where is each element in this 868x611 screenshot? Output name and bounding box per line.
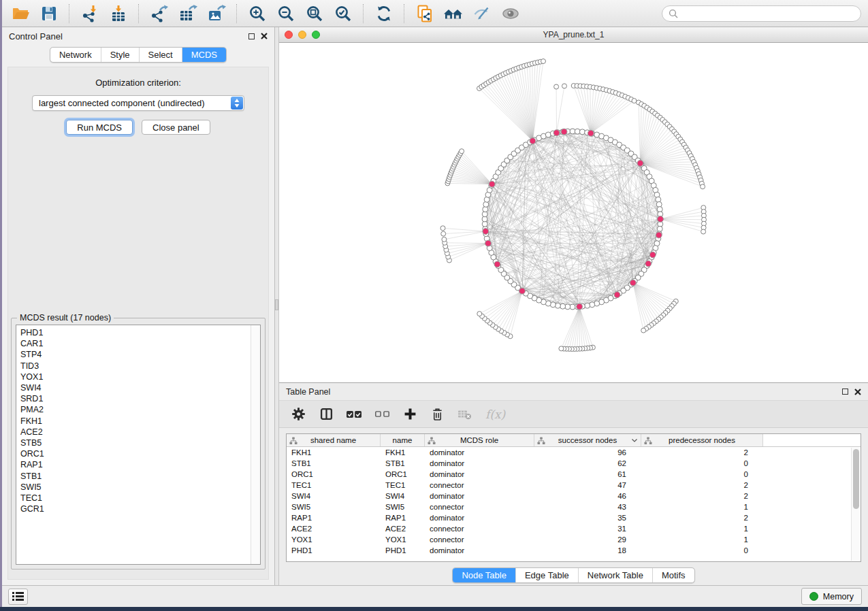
leaf-node[interactable]	[641, 328, 646, 333]
result-list-item[interactable]: FKH1	[20, 416, 251, 427]
tab-edge-table[interactable]: Edge Table	[515, 568, 578, 582]
cell-MCDS-role[interactable]: connector	[425, 535, 534, 544]
cell-successor-nodes[interactable]: 46	[534, 492, 641, 500]
mcds-hub-node[interactable]	[577, 303, 583, 310]
network-node[interactable]	[579, 129, 585, 135]
tab-node-table[interactable]: Node Table	[453, 568, 515, 582]
table-split-view-button[interactable]	[319, 406, 333, 423]
cell-MCDS-role[interactable]: connector	[425, 481, 534, 489]
cell-MCDS-role[interactable]: dominator	[425, 492, 534, 500]
table-settings-button[interactable]	[291, 406, 306, 423]
leaf-node[interactable]	[701, 184, 705, 189]
cell-shared-name[interactable]: SWI5	[287, 503, 381, 511]
cell-MCDS-role[interactable]: connector	[425, 503, 534, 511]
cell-successor-nodes[interactable]: 29	[534, 535, 641, 544]
cell-predecessor-nodes[interactable]: 2	[641, 481, 763, 489]
zoom-selected-button[interactable]	[332, 3, 354, 24]
zoom-fit-button[interactable]	[303, 3, 325, 24]
tab-style[interactable]: Style	[101, 48, 139, 62]
tab-motifs[interactable]: Motifs	[652, 568, 694, 582]
leaf-node[interactable]	[562, 84, 567, 88]
cell-successor-nodes[interactable]: 62	[534, 459, 641, 467]
tab-network[interactable]: Network	[50, 48, 101, 62]
network-node[interactable]	[656, 201, 662, 207]
leaf-node[interactable]	[442, 237, 447, 242]
table-row[interactable]: ORC1ORC1dominator610	[287, 469, 861, 480]
task-history-button[interactable]	[8, 589, 28, 605]
leaf-node[interactable]	[554, 84, 559, 89]
column-header-MCDS-role[interactable]: MCDS role	[425, 434, 534, 446]
mcds-hub-node[interactable]	[588, 130, 594, 136]
mcds-hub-node[interactable]	[553, 130, 560, 136]
cell-successor-nodes[interactable]: 96	[534, 448, 641, 457]
cell-MCDS-role[interactable]: dominator	[425, 514, 534, 522]
cell-successor-nodes[interactable]: 47	[534, 481, 641, 489]
network-node[interactable]	[657, 226, 662, 231]
search-field[interactable]	[662, 5, 861, 22]
leaf-node[interactable]	[701, 229, 706, 234]
cell-shared-name[interactable]: ORC1	[287, 470, 381, 478]
cell-name[interactable]: ORC1	[381, 470, 425, 478]
network-node[interactable]	[656, 197, 661, 202]
mcds-hub-node[interactable]	[561, 129, 567, 135]
cell-name[interactable]: STB1	[381, 459, 425, 467]
result-list-item[interactable]: GCR1	[20, 503, 251, 514]
close-table-panel-icon[interactable]	[854, 389, 861, 395]
network-node[interactable]	[585, 303, 590, 308]
cell-predecessor-nodes[interactable]: 0	[641, 470, 763, 478]
table-row[interactable]: SWI5SWI5connector431	[287, 501, 861, 512]
column-header-successor-nodes[interactable]: successor nodes	[534, 434, 641, 446]
add-column-button[interactable]	[403, 406, 417, 423]
cell-MCDS-role[interactable]: connector	[425, 525, 534, 533]
cell-predecessor-nodes[interactable]: 0	[641, 459, 763, 467]
optimization-criterion-select[interactable]: largest connected component (undirected)	[32, 95, 244, 111]
export-table-button[interactable]	[176, 3, 199, 24]
result-list-item[interactable]: STB1	[20, 471, 251, 482]
cell-successor-nodes[interactable]: 31	[534, 525, 641, 533]
result-list-item[interactable]: RAP1	[20, 459, 251, 470]
export-image-button[interactable]	[205, 3, 227, 24]
mcds-hub-node[interactable]	[489, 181, 495, 187]
cell-successor-nodes[interactable]: 35	[534, 514, 641, 522]
cell-shared-name[interactable]: RAP1	[287, 514, 381, 522]
cell-name[interactable]: SWI4	[381, 492, 425, 500]
open-file-button[interactable]	[9, 3, 31, 24]
mcds-hub-node[interactable]	[485, 240, 492, 246]
table-row[interactable]: STB1STB1dominator620	[287, 458, 861, 469]
cell-shared-name[interactable]: YOX1	[287, 535, 381, 544]
network-node[interactable]	[483, 201, 489, 207]
result-list-item[interactable]: PHD1	[20, 327, 251, 338]
cell-predecessor-nodes[interactable]: 1	[641, 535, 763, 544]
mcds-hub-node[interactable]	[519, 288, 526, 294]
cell-predecessor-nodes[interactable]: 1	[641, 525, 763, 533]
cell-name[interactable]: RAP1	[381, 514, 425, 522]
tab-select[interactable]: Select	[139, 48, 182, 62]
table-row[interactable]: PHD1PHD1dominator180	[287, 545, 861, 556]
mcds-hub-node[interactable]	[649, 252, 656, 258]
network-node[interactable]	[555, 303, 560, 308]
cell-successor-nodes[interactable]: 43	[534, 503, 641, 511]
refresh-button[interactable]	[372, 3, 395, 24]
select-all-button[interactable]	[347, 406, 361, 423]
cell-successor-nodes[interactable]: 18	[534, 546, 641, 555]
float-panel-icon[interactable]	[248, 33, 255, 39]
result-list-item[interactable]: YOX1	[20, 371, 251, 382]
leaf-node[interactable]	[559, 346, 564, 351]
result-list-item[interactable]: PMA2	[20, 404, 251, 415]
cell-name[interactable]: TEC1	[381, 481, 425, 489]
result-list-item[interactable]: STB5	[20, 437, 251, 448]
result-list-item[interactable]: STP4	[20, 349, 251, 360]
network-window-titlebar[interactable]: YPA_prune.txt_1	[279, 27, 868, 43]
cell-MCDS-role[interactable]: dominator	[425, 459, 534, 467]
tab-mcds[interactable]: MCDS	[182, 48, 226, 62]
delete-table-button[interactable]	[457, 406, 472, 423]
cell-predecessor-nodes[interactable]: 2	[641, 492, 763, 500]
mcds-hub-node[interactable]	[658, 216, 664, 222]
table-row[interactable]: SWI4SWI4dominator462	[287, 491, 861, 501]
network-node[interactable]	[560, 303, 566, 309]
table-scrollbar-thumb[interactable]	[853, 449, 859, 509]
cell-name[interactable]: FKH1	[381, 448, 425, 457]
leaf-node[interactable]	[440, 226, 445, 231]
result-list-item[interactable]: TEC1	[20, 493, 251, 503]
cell-predecessor-nodes[interactable]: 1	[641, 503, 763, 511]
